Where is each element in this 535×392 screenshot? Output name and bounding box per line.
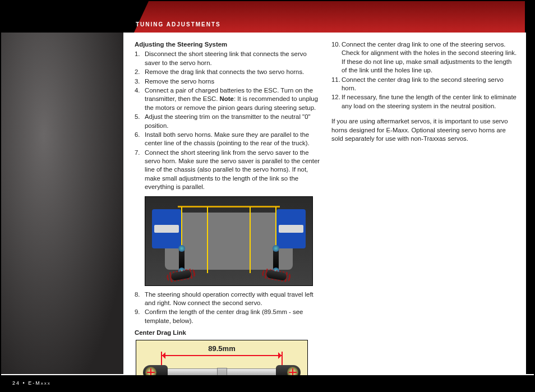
step-item: 2.Remove the drag link that connects the… <box>135 68 320 76</box>
page: Tuning Adjustments Adjusting the Steerin… <box>0 0 535 392</box>
step-text: Connect the short steering link from the… <box>145 149 320 191</box>
steps-list-c: 10.Connect the center drag link to one o… <box>331 40 517 110</box>
steps-list-a: 1.Disconnect the short steering link tha… <box>135 50 320 191</box>
step-item: 1.Disconnect the short steering link tha… <box>135 50 320 67</box>
header-title: Tuning Adjustments <box>136 21 221 27</box>
page-content: Adjusting the Steering System 1.Disconne… <box>135 40 517 368</box>
step-text: Connect the center drag link to the seco… <box>342 76 504 91</box>
step-text: If necessary, fine tune the length of th… <box>342 94 516 109</box>
header-red-section <box>124 1 525 33</box>
step-text: Confirm the length of the center drag li… <box>145 308 303 324</box>
column-left: Adjusting the Steering System 1.Disconne… <box>135 40 320 368</box>
step-text: Connect the center drag link to one of t… <box>342 41 516 73</box>
step-item: 12.If necessary, fine tune the length of… <box>331 93 517 110</box>
steering-photo <box>145 196 313 286</box>
header-bar <box>1 1 534 33</box>
aftermarket-note: If you are using aftermarket servos, it … <box>331 117 517 143</box>
step-item: 8.The steering should operation correctl… <box>135 290 320 308</box>
step-text: Adjust the steering trim on the transmit… <box>145 113 311 128</box>
step-item: 11.Connect the center drag link to the s… <box>331 76 517 93</box>
column-right: 10.Connect the center drag link to one o… <box>331 40 517 368</box>
steps-list-b: 8.The steering should operation correctl… <box>135 290 320 326</box>
step-item: 4.Connect a pair of charged batteries to… <box>135 86 320 112</box>
footer-bar: 24 • E-Maxx <box>1 375 534 391</box>
left-sidebar <box>1 33 123 374</box>
right-strip <box>526 33 534 374</box>
step-item: 3.Remove the servo horns <box>135 77 320 86</box>
step-item: 6.Install both servo horns. Make sure th… <box>135 131 320 148</box>
step-text: Install both servo horns. Make sure they… <box>145 131 310 146</box>
step-item: 5.Adjust the steering trim on the transm… <box>135 113 320 130</box>
note-label: Note <box>220 95 234 102</box>
step-item: 9.Confirm the length of the center drag … <box>135 308 320 325</box>
step-item: 7.Connect the short steering link from t… <box>135 149 320 192</box>
page-number: 24 • E-Maxx <box>12 380 51 386</box>
step-text: Remove the drag link that connects the t… <box>145 68 304 75</box>
steering-heading: Adjusting the Steering System <box>135 40 320 49</box>
drag-link-heading: Center Drag Link <box>135 329 320 337</box>
step-text: Remove the servo horns <box>145 78 214 85</box>
step-item: 10.Connect the center drag link to one o… <box>331 40 517 75</box>
step-text: Disconnect the short steering link that … <box>145 50 307 66</box>
step-text: The steering should operation correctly … <box>145 291 313 306</box>
